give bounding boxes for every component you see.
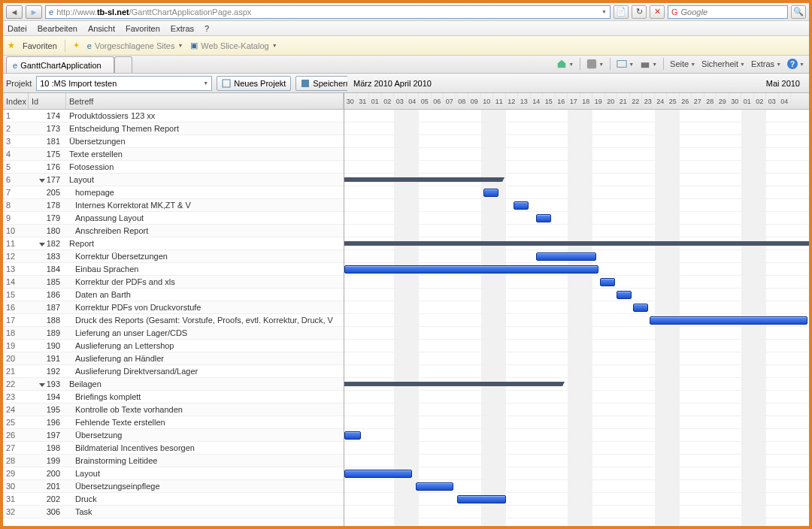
- table-row[interactable]: 30201Übersetzungseinpflege: [3, 480, 344, 493]
- home-button[interactable]: ▼: [556, 59, 574, 69]
- menu-bar: Datei Bearbeiten Ansicht Favoriten Extra…: [3, 21, 809, 36]
- ie-tab-icon: e: [13, 61, 17, 70]
- refresh-button[interactable]: ↻: [632, 5, 647, 19]
- task-bar[interactable]: [536, 252, 596, 261]
- table-row[interactable]: 31202Druck: [3, 493, 344, 506]
- table-row[interactable]: 32306Task: [3, 506, 344, 518]
- fav-webslice[interactable]: ▣Web Slice-Katalog▼: [190, 41, 277, 50]
- table-row[interactable]: 7205homepage: [3, 186, 344, 199]
- col-id[interactable]: Id: [29, 93, 66, 109]
- new-project-button[interactable]: Neues Projekt: [217, 76, 291, 91]
- stop-button[interactable]: ✕: [650, 5, 665, 19]
- task-bar[interactable]: [536, 214, 551, 222]
- gantt-row: [344, 225, 809, 237]
- task-bar[interactable]: [617, 291, 632, 299]
- day-cell: 15: [543, 93, 556, 109]
- summary-bar[interactable]: [344, 177, 502, 182]
- help-button[interactable]: ?▼: [787, 59, 804, 69]
- day-cell: 18: [580, 93, 593, 109]
- day-cell: 09: [468, 93, 481, 109]
- tab-gantt-app[interactable]: e GanttChartApplication: [6, 56, 114, 73]
- menu-help[interactable]: ?: [205, 24, 209, 33]
- menu-bearbeiten[interactable]: Bearbeiten: [38, 24, 77, 33]
- new-tab-button[interactable]: [114, 56, 132, 73]
- table-row[interactable]: 23194Briefings komplett: [3, 391, 344, 404]
- table-row[interactable]: 10180Anschreiben Report: [3, 225, 344, 237]
- table-row[interactable]: 17188Druck des Reports (Gesamt: Vorstufe…: [3, 314, 344, 327]
- table-row[interactable]: 28199Brainstorming Leitidee: [3, 455, 344, 467]
- security-menu[interactable]: Sicherheit▼: [701, 59, 745, 68]
- menu-ansicht[interactable]: Ansicht: [88, 24, 115, 33]
- task-bar[interactable]: [344, 431, 361, 440]
- feed-button[interactable]: ▼: [586, 59, 604, 69]
- summary-bar[interactable]: [344, 382, 562, 386]
- print-button[interactable]: ▼: [640, 59, 657, 69]
- mail-button[interactable]: ▼: [617, 59, 634, 69]
- table-row[interactable]: 8178Internes Korrektorat MK,ZT & V: [3, 199, 344, 212]
- task-bar[interactable]: [457, 495, 506, 503]
- project-select[interactable]: 10 :MS Import testen ▼: [36, 76, 212, 91]
- gantt-row: [344, 263, 809, 276]
- google-icon: G: [671, 8, 678, 17]
- nav-back-button[interactable]: ◄: [6, 5, 23, 19]
- table-row[interactable]: 11182Report: [3, 237, 344, 250]
- table-row[interactable]: 4175Texte erstellen: [3, 148, 344, 161]
- table-row[interactable]: 5176Fotosession: [3, 161, 344, 174]
- task-bar[interactable]: [483, 189, 498, 197]
- task-bar[interactable]: [344, 265, 598, 274]
- menu-datei[interactable]: Datei: [8, 24, 27, 33]
- table-row[interactable]: 2173Entscheidung Themen Report: [3, 122, 344, 135]
- menu-extras[interactable]: Extras: [171, 24, 194, 33]
- table-row[interactable]: 16187Korrektur PDFs von Druckvorstufe: [3, 301, 344, 314]
- summary-bar[interactable]: [344, 241, 809, 246]
- table-row[interactable]: 29200Layout: [3, 467, 344, 480]
- gantt-row: [344, 161, 809, 174]
- gantt-row: [344, 186, 809, 199]
- table-row[interactable]: 24195Kontrolle ob Texte vorhanden: [3, 404, 344, 416]
- extras-menu[interactable]: Extras▼: [751, 59, 781, 68]
- task-bar[interactable]: [514, 201, 529, 210]
- col-betreff[interactable]: Betreff: [66, 93, 344, 109]
- url-input[interactable]: e http://www.tb-sl.net/GanttChartApplica…: [45, 5, 611, 19]
- day-cell: 21: [617, 93, 630, 109]
- compat-button[interactable]: 📄: [614, 5, 629, 19]
- menu-favoriten[interactable]: Favoriten: [126, 24, 160, 33]
- nav-forward-button[interactable]: ►: [26, 5, 42, 19]
- favorites-label[interactable]: Favoriten: [23, 41, 57, 50]
- task-bar[interactable]: [633, 304, 648, 312]
- task-bar[interactable]: [600, 278, 615, 286]
- table-row[interactable]: 12183Korrektur Übersetzungen: [3, 250, 344, 263]
- table-row[interactable]: 22193Beilagen: [3, 378, 344, 391]
- table-row[interactable]: 25196Fehlende Texte erstellen: [3, 416, 344, 429]
- favorites-star-icon[interactable]: ★: [8, 41, 15, 50]
- table-row[interactable]: 14185Korrektur der PDFs and xls: [3, 276, 344, 289]
- table-row[interactable]: 20191Auslieferung an Händler: [3, 352, 344, 365]
- task-bar[interactable]: [344, 470, 412, 478]
- day-cell: 08: [456, 93, 469, 109]
- gantt-row: [344, 506, 809, 518]
- table-row[interactable]: 15186Daten an Barth: [3, 289, 344, 301]
- table-row[interactable]: 18189Lieferung an unser Lager/CDS: [3, 327, 344, 340]
- url-dropdown-icon[interactable]: ▼: [601, 9, 607, 14]
- gantt-body[interactable]: [344, 110, 809, 518]
- table-row[interactable]: 1174Produktdossiers 123 xx: [3, 110, 344, 122]
- table-row[interactable]: 19190Auslieferung an Lettershop: [3, 340, 344, 352]
- table-row[interactable]: 9179Anpassung Layout: [3, 212, 344, 225]
- table-row[interactable]: 13184Einbau Sprachen: [3, 263, 344, 276]
- table-row[interactable]: 3181Übersetzungen: [3, 135, 344, 148]
- table-row[interactable]: 6177Layout: [3, 174, 344, 186]
- page-menu[interactable]: Seite▼: [670, 59, 695, 68]
- task-bar[interactable]: [416, 482, 453, 491]
- search-input[interactable]: G Google: [668, 5, 788, 19]
- table-row[interactable]: 21192Auslieferung Direktversand/Lager: [3, 365, 344, 378]
- save-button[interactable]: Speichern: [295, 76, 356, 91]
- col-index[interactable]: Index: [3, 93, 29, 109]
- help-icon: ?: [787, 59, 798, 69]
- table-row[interactable]: 26197Übersetzung: [3, 429, 344, 442]
- task-bar[interactable]: [650, 316, 807, 325]
- add-fav-icon[interactable]: ✦: [73, 41, 80, 50]
- fav-suggested-sites[interactable]: eVorgeschlagene Sites▼: [87, 41, 183, 50]
- search-button[interactable]: 🔍: [791, 5, 806, 19]
- grid-header: Index Id Betreff: [3, 93, 344, 110]
- table-row[interactable]: 27198Bildmaterial Incentives besorgen: [3, 442, 344, 455]
